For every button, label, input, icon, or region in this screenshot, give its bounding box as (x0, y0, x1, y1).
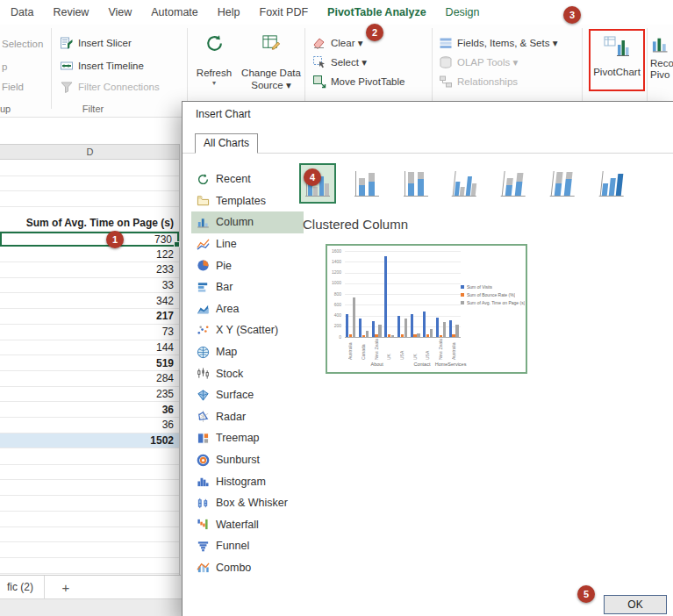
dialog-title: Insert Chart (196, 108, 251, 120)
refresh-button[interactable]: Refresh ▾ (190, 30, 239, 87)
select-button[interactable]: Select ▾ (312, 55, 367, 69)
cell-value[interactable]: 342 (0, 293, 179, 309)
bar-icon (197, 281, 210, 294)
group-field-cut-label: Field (2, 82, 24, 92)
fields-items-sets-button[interactable]: Fields, Items, & Sets ▾ (439, 36, 557, 50)
chart-type-surface[interactable]: Surface (191, 384, 304, 406)
cell-value[interactable]: 144 (0, 340, 179, 356)
cell-value[interactable]: 235 (0, 387, 179, 403)
3d-stacked-column-subtype-icon[interactable] (496, 163, 533, 204)
chart-type-sunburst[interactable]: Sunburst (191, 449, 304, 471)
preview-x-label: Australia (348, 339, 353, 360)
cell-value[interactable]: 217 (0, 309, 179, 325)
chart-type-funnel[interactable]: Funnel (191, 535, 304, 557)
cell-value[interactable]: 122 (0, 247, 179, 262)
change-data-source-button[interactable]: Change Data Source ▾ (239, 30, 304, 91)
preview-gridline (345, 337, 461, 338)
stacked-column-subtype-icon[interactable] (348, 163, 385, 204)
recent-icon (197, 173, 210, 186)
chart-type-waterfall[interactable]: Waterfall (191, 514, 304, 536)
preview-y-tick: 1000 (327, 281, 341, 285)
relationships-button[interactable]: Relationships (439, 75, 518, 89)
ribbon-tab-view[interactable]: View (108, 6, 132, 18)
cell-column-header-sum-avg-time[interactable]: Sum of Avg. Time on Page (s) (0, 216, 179, 232)
cell-value-selected[interactable]: 730 (0, 232, 179, 247)
cell-value[interactable]: 73 (0, 325, 179, 340)
preview-legend: Sum of VisitsSum of Bounce Rate (%)Sum o… (461, 284, 525, 308)
ribbon-tab-pivottable-analyze[interactable]: PivotTable Analyze (327, 6, 426, 18)
chart-type-combo[interactable]: Combo (191, 557, 304, 579)
preview-y-tick: 1400 (327, 260, 341, 264)
insert-timeline-button[interactable]: Insert Timeline (60, 59, 144, 73)
chart-type-templates[interactable]: Templates (191, 190, 304, 212)
chart-type-column[interactable]: Column (191, 211, 304, 233)
group-divider (432, 28, 433, 109)
refresh-icon (204, 33, 225, 54)
3d-column-subtype-icon[interactable] (594, 163, 631, 204)
chart-type-x-y-scatter[interactable]: X Y (Scatter) (191, 319, 304, 341)
preview-bar (411, 314, 413, 337)
move-pivottable-button[interactable]: Move PivotTable (312, 75, 405, 89)
preview-bar (417, 333, 419, 337)
preview-bar (405, 319, 407, 337)
preview-x-label: Canada (362, 339, 366, 360)
sheet-tab[interactable]: fic (2) (0, 576, 44, 598)
preview-bar (359, 319, 362, 337)
preview-x-label: New Zealand (375, 339, 379, 360)
chart-type-line[interactable]: Line (191, 233, 304, 255)
chart-type-histogram[interactable]: Histogram (191, 470, 304, 492)
chart-type-radar[interactable]: Radar (191, 406, 304, 428)
funnel-icon (197, 540, 210, 553)
cell-value[interactable]: 519 (0, 355, 179, 371)
annotation-red-box: PivotChart (589, 29, 645, 91)
ribbon-tab-data[interactable]: Data (11, 6, 33, 18)
subtype-heading: Clustered Column (303, 217, 408, 232)
chart-type-box-whisker[interactable]: Box & Whisker (191, 492, 304, 514)
chart-type-recent[interactable]: Recent (191, 168, 304, 190)
chart-type-label: Line (216, 238, 237, 250)
preview-group-label: About (345, 362, 409, 367)
chart-preview[interactable]: 16001400120010008006004002000AustraliaCa… (326, 244, 527, 374)
ribbon-tab-help[interactable]: Help (218, 6, 240, 18)
refresh-label: Refresh (197, 68, 232, 79)
clear-button[interactable]: Clear ▾ (312, 36, 362, 50)
legend-marker (461, 293, 464, 297)
100-percent-stacked-column-subtype-icon[interactable] (397, 163, 434, 204)
cell-value[interactable]: 36 (0, 418, 179, 433)
pivotchart-button[interactable]: PivotChart (591, 31, 643, 90)
olap-tools-button[interactable]: OLAP Tools ▾ (439, 55, 518, 69)
column-header-d[interactable]: D (0, 144, 180, 160)
ribbon-tab-review[interactable]: Review (53, 6, 89, 18)
change-data-source-icon (261, 33, 282, 54)
chart-type-bar[interactable]: Bar (191, 276, 304, 298)
3d-100-percent-stacked-column-subtype-icon[interactable] (545, 163, 582, 204)
preview-group-label: Services (447, 362, 461, 367)
recommended-pivottables-button[interactable]: Recom Pivo (650, 35, 673, 81)
cell-value[interactable]: 33 (0, 278, 179, 294)
ribbon-tab-foxit-pdf[interactable]: Foxit PDF (260, 6, 309, 18)
ok-button[interactable]: OK (604, 595, 667, 614)
chart-type-treemap[interactable]: Treemap (191, 427, 304, 449)
chart-type-pie[interactable]: Pie (191, 254, 304, 276)
relationships-icon (439, 75, 453, 89)
column-icon (197, 216, 210, 229)
ribbon-tab-design[interactable]: Design (446, 6, 480, 18)
tab-all-charts[interactable]: All Charts (195, 133, 258, 154)
add-sheet-button[interactable]: + (57, 578, 75, 596)
preview-y-tick: 600 (327, 303, 341, 307)
eraser-icon (312, 36, 326, 50)
filter-connections-button[interactable]: Filter Connections (60, 80, 160, 94)
cell-value[interactable]: 233 (0, 262, 179, 278)
insert-slicer-button[interactable]: Insert Slicer (60, 36, 132, 50)
chart-type-area[interactable]: Area (191, 298, 304, 320)
move-pivottable-label: Move PivotTable (331, 76, 405, 87)
chart-type-stock[interactable]: Stock (191, 362, 304, 384)
fill-handle[interactable] (174, 241, 180, 247)
ribbon-tab-automate[interactable]: Automate (151, 6, 198, 18)
cell-value[interactable]: 1502 (0, 433, 179, 449)
cell-value[interactable]: 284 (0, 371, 179, 387)
chart-type-label: Recent (216, 173, 251, 185)
cell-value[interactable]: 36 (0, 402, 179, 418)
chart-type-map[interactable]: Map (191, 341, 304, 363)
3d-clustered-column-subtype-icon[interactable] (447, 163, 483, 204)
